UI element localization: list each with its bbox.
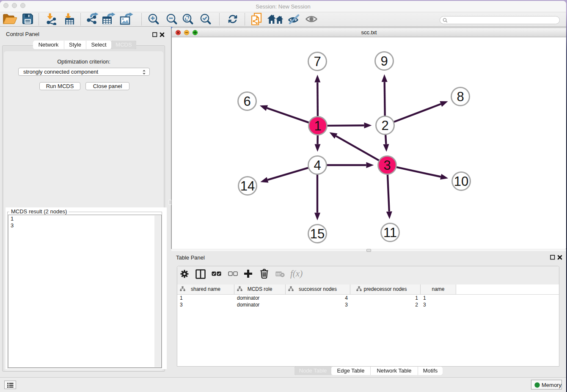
svg-text:15: 15: [310, 226, 325, 241]
svg-text:10: 10: [454, 174, 468, 189]
svg-text:4: 4: [314, 158, 321, 173]
svg-text:3: 3: [383, 158, 391, 173]
svg-text:11: 11: [383, 225, 397, 240]
svg-text:7: 7: [314, 54, 321, 69]
svg-text:2: 2: [381, 118, 388, 133]
svg-text:9: 9: [380, 54, 388, 69]
svg-text:6: 6: [243, 94, 250, 109]
svg-text:8: 8: [457, 89, 464, 104]
svg-text:14: 14: [240, 179, 255, 193]
svg-text:1: 1: [314, 119, 321, 133]
